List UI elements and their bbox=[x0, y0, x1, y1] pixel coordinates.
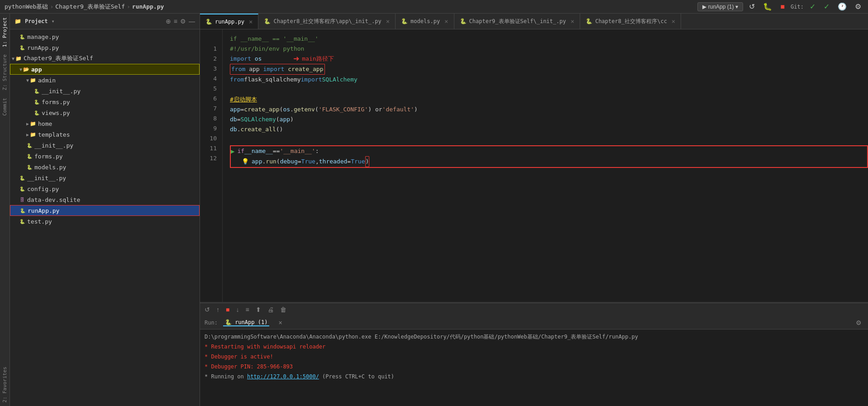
tree-item-admin-init[interactable]: 🐍 __init__.py bbox=[10, 86, 200, 96]
left-sidebar: 1: Project Z: Structure Commit 2: Favori… bbox=[0, 14, 10, 406]
sidebar-label-structure[interactable]: Z: Structure bbox=[1, 51, 9, 94]
bottom-tab-runapp[interactable]: 🐍 runApp (1) bbox=[223, 319, 269, 326]
run-restart-text: * Restarting with windowsapi reloader bbox=[205, 344, 325, 350]
breadcrumb: pythonWeb基础 › Chapter9_表单验证Self › runApp… bbox=[5, 3, 164, 11]
tree-item-test[interactable]: 🐍 test.py bbox=[10, 216, 200, 227]
panel-settings-btn[interactable]: ⚙ bbox=[180, 18, 186, 25]
rerun-button[interactable]: ↺ bbox=[203, 305, 212, 314]
tree-item-home[interactable]: ▶ 📁 home bbox=[10, 118, 200, 129]
annotation-text: main路径下 bbox=[302, 54, 334, 64]
scroll-down-button[interactable]: ↓ bbox=[234, 305, 241, 314]
folder-arrow-templates: ▶ bbox=[26, 132, 29, 137]
stop-run-button[interactable]: ■ bbox=[224, 305, 231, 314]
tree-item-runapp-top[interactable]: 🐍 runApp.py bbox=[10, 42, 200, 53]
tree-item-app[interactable]: ▼ 📂 app bbox=[10, 64, 200, 75]
lightbulb-icon: 💡 bbox=[242, 157, 249, 167]
tab-runapp[interactable]: 🐍 runApp.py × bbox=[200, 14, 258, 29]
print-button[interactable]: 🖨 bbox=[266, 305, 276, 314]
tree-item-runapp-selected[interactable]: 🐍 runApp.py bbox=[10, 205, 200, 216]
tree-item-app-forms[interactable]: 🐍 forms.py bbox=[10, 151, 200, 162]
run-debugger-active-text: * Debugger is active! bbox=[205, 353, 273, 360]
breadcrumb-item-2[interactable]: Chapter9_表单验证Self bbox=[55, 3, 125, 11]
tree-label: forms.py bbox=[42, 99, 70, 105]
tree-item-config[interactable]: 🐍 config.py bbox=[10, 183, 200, 194]
tab-close-5[interactable]: × bbox=[672, 18, 675, 25]
tree-item-app-init[interactable]: 🐍 __init__.py bbox=[10, 140, 200, 151]
panel-dropdown-icon: ▾ bbox=[52, 18, 55, 24]
tree-item-chapter-init[interactable]: 🐍 __init__.py bbox=[10, 172, 200, 183]
git-clock[interactable]: 🕐 bbox=[835, 1, 849, 12]
tab-close-2[interactable]: × bbox=[386, 18, 390, 25]
annotation-arrow: ➜ bbox=[293, 54, 299, 64]
filter-button[interactable]: ⬆ bbox=[254, 305, 263, 314]
folder-icon-templates: 📁 bbox=[30, 131, 36, 138]
py-icon: 🐍 bbox=[19, 186, 25, 192]
tree-label: home bbox=[38, 120, 52, 127]
breadcrumb-item-1[interactable]: pythonWeb基础 bbox=[5, 3, 48, 11]
sidebar-label-favorites[interactable]: 2: Favorites bbox=[1, 363, 9, 406]
tab-close-4[interactable]: × bbox=[571, 18, 574, 25]
tab-label-runapp: runApp.py bbox=[215, 19, 244, 25]
tab-close-3[interactable]: × bbox=[444, 18, 448, 25]
scroll-up-button[interactable]: ↑ bbox=[215, 305, 221, 314]
code-line-7: app = create_app ( os . getenv ( 'FLASK_… bbox=[230, 105, 868, 115]
run-button[interactable]: ▶ runApp (1) ▾ bbox=[697, 2, 744, 11]
py-icon: 🐍 bbox=[26, 153, 33, 159]
tab-close-runapp[interactable]: × bbox=[249, 18, 253, 25]
close-run-tab[interactable]: × bbox=[277, 318, 284, 327]
tree-item-chapter9[interactable]: ▼ 📁 Chapter9_表单验证Self bbox=[10, 53, 200, 64]
tree-item-manage-py[interactable]: 🐍 manage.py bbox=[10, 31, 200, 42]
tab-bar: 🐍 runApp.py × 🐍 Chapter8_社交博客程序\app\_ini… bbox=[200, 14, 868, 29]
run-label-prefix: Run: bbox=[205, 320, 218, 326]
tree-item-sqlite[interactable]: 🗄 data-dev.sqlite bbox=[10, 194, 200, 205]
debug-button[interactable]: 🐛 bbox=[761, 1, 774, 12]
breadcrumb-item-3[interactable]: runApp.py bbox=[132, 3, 164, 10]
run-path-text: D:\programmingSoftware\Anaconda\Anaconda… bbox=[205, 334, 638, 340]
run-icon: ▶ bbox=[702, 4, 706, 10]
panel-hide-btn[interactable]: — bbox=[189, 18, 195, 25]
settings-icon[interactable]: ⚙ bbox=[853, 1, 863, 12]
tree-label: test.py bbox=[27, 218, 52, 225]
tree-item-admin-forms[interactable]: 🐍 forms.py bbox=[10, 96, 200, 107]
tab-chapter9-init[interactable]: 🐍 Chapter9_表单验证Self\_init_.py × bbox=[454, 14, 581, 29]
refresh-button[interactable]: ↺ bbox=[747, 1, 757, 12]
py-icon-runapp: 🐍 bbox=[19, 207, 26, 214]
panel-locate-btn[interactable]: ⊕ bbox=[166, 18, 171, 25]
tree-item-templates[interactable]: ▶ 📁 templates bbox=[10, 129, 200, 140]
bottom-panel: ↺ ↑ ■ ↓ ≡ ⬆ 🖨 🗑 Run: 🐍 runApp (1) × bbox=[200, 302, 868, 406]
tab-models[interactable]: 🐍 models.py × bbox=[396, 14, 454, 29]
stop-button[interactable]: ■ bbox=[778, 2, 787, 12]
run-url-link[interactable]: http://127.0.0.1:5000/ bbox=[247, 373, 319, 380]
bottom-tab-bar: Run: 🐍 runApp (1) × ⚙ bbox=[200, 316, 868, 330]
trash-button[interactable]: 🗑 bbox=[278, 305, 288, 314]
sidebar-label-project[interactable]: 1: Project bbox=[1, 14, 9, 51]
line-numbers: 1 2 3 4 5 6 7 8 9 10 11 12 bbox=[200, 29, 223, 302]
py-icon: 🐍 bbox=[19, 218, 25, 224]
main-layout: 1: Project Z: Structure Commit 2: Favori… bbox=[0, 14, 868, 406]
tab-chapter8-init[interactable]: 🐍 Chapter8_社交博客程序\app\_init_.py × bbox=[258, 14, 396, 29]
tree-item-admin-views[interactable]: 🐍 views.py bbox=[10, 107, 200, 118]
panel-collapse-btn[interactable]: ≡ bbox=[174, 18, 177, 25]
git-check-1[interactable]: ✓ bbox=[807, 1, 818, 12]
code-import: import bbox=[230, 54, 251, 64]
run-output-debugger-active: * Debugger is active! bbox=[205, 352, 863, 361]
tree-item-admin[interactable]: ▼ 📁 admin bbox=[10, 75, 200, 86]
code-content: if __name__ == '__main__' #!/usr/bin/env… bbox=[223, 29, 868, 302]
tree-label: __init__.py bbox=[27, 175, 66, 182]
title-bar-actions: ▶ runApp (1) ▾ ↺ 🐛 ■ Git: ✓ ✓ 🕐 ⚙ bbox=[697, 1, 863, 12]
tab-chapter8-cc[interactable]: 🐍 Chapter8_社交博客程序\cc × bbox=[580, 14, 681, 29]
code-line-9: db . create_all () bbox=[230, 124, 868, 134]
code-comment-cn: #启动脚本 bbox=[230, 95, 257, 105]
run-settings-btn[interactable]: ⚙ bbox=[854, 318, 863, 327]
git-check-2[interactable]: ✓ bbox=[821, 1, 832, 12]
align-button[interactable]: ≡ bbox=[243, 305, 251, 314]
annotation-line2: ➜ main路径下 bbox=[293, 54, 334, 64]
panel-actions: ⊕ ≡ ⚙ — bbox=[166, 18, 195, 25]
code-os: os bbox=[255, 54, 262, 64]
code-line-3: from app import create_app bbox=[230, 64, 868, 75]
sidebar-label-commit[interactable]: Commit bbox=[1, 94, 9, 119]
tree-label: admin bbox=[38, 77, 56, 84]
py-icon: 🐍 bbox=[33, 99, 40, 105]
folder-icon-admin: 📁 bbox=[30, 77, 36, 83]
tree-item-app-models[interactable]: 🐍 models.py bbox=[10, 162, 200, 172]
